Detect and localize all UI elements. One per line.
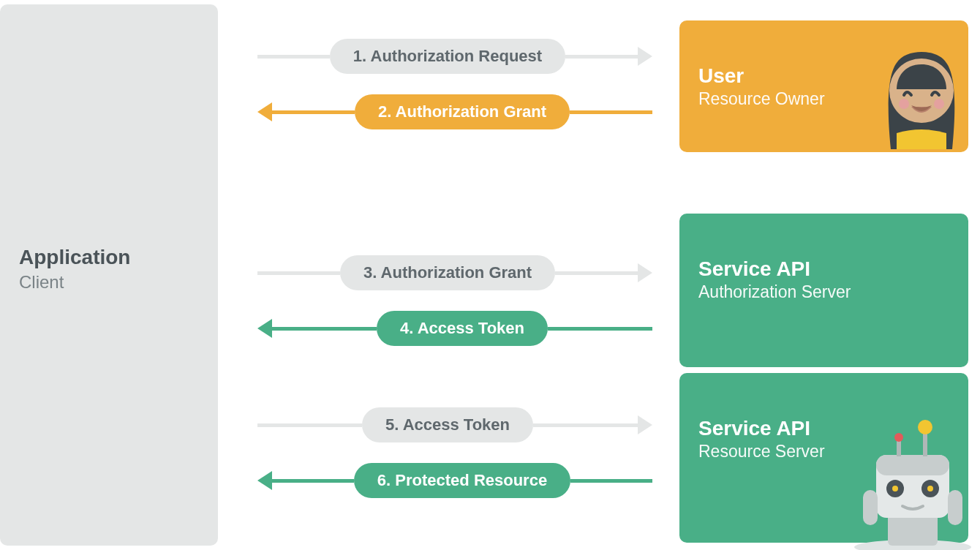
- auth-server-title: Service API: [698, 257, 949, 281]
- svg-rect-16: [948, 490, 962, 525]
- user-avatar-icon: [867, 32, 976, 149]
- robot-icon: [850, 417, 976, 550]
- oauth-flow-diagram: Application Client User Resource Owner S…: [0, 0, 980, 550]
- application-box: Application Client: [0, 4, 218, 546]
- arrow-2-label: 2. Authorization Grant: [355, 94, 570, 129]
- arrow-6-label: 6. Protected Resource: [354, 463, 570, 498]
- arrow-3-label: 3. Authorization Grant: [340, 255, 555, 290]
- arrow-2: 2. Authorization Grant: [257, 94, 652, 130]
- auth-server-subtitle: Authorization Server: [698, 282, 949, 302]
- svg-point-12: [894, 433, 903, 442]
- arrow-6: 6. Protected Resource: [257, 462, 652, 499]
- svg-point-8: [892, 486, 898, 491]
- svg-point-10: [927, 486, 933, 491]
- arrow-right-icon: [638, 47, 652, 66]
- svg-point-2: [934, 99, 944, 109]
- arrow-4-label: 4. Access Token: [377, 311, 548, 346]
- auth-server-box: Service API Authorization Server: [679, 214, 968, 367]
- arrow-1: 1. Authorization Request: [257, 38, 652, 75]
- arrow-4: 4. Access Token: [257, 310, 652, 347]
- arrow-left-icon: [257, 471, 272, 490]
- svg-rect-4: [888, 513, 938, 546]
- arrow-right-icon: [638, 415, 652, 434]
- arrow-right-icon: [638, 263, 652, 282]
- application-title: Application: [19, 246, 199, 269]
- arrow-5-label: 5. Access Token: [362, 407, 533, 442]
- arrow-1-label: 1. Authorization Request: [330, 39, 565, 74]
- arrow-left-icon: [257, 102, 272, 121]
- arrow-left-icon: [257, 319, 272, 338]
- arrow-3: 3. Authorization Grant: [257, 255, 652, 291]
- svg-rect-6: [876, 455, 949, 475]
- svg-point-14: [918, 420, 932, 434]
- svg-point-1: [899, 99, 909, 109]
- application-subtitle: Client: [19, 272, 199, 293]
- svg-rect-15: [863, 490, 878, 525]
- arrow-5: 5. Access Token: [257, 407, 652, 443]
